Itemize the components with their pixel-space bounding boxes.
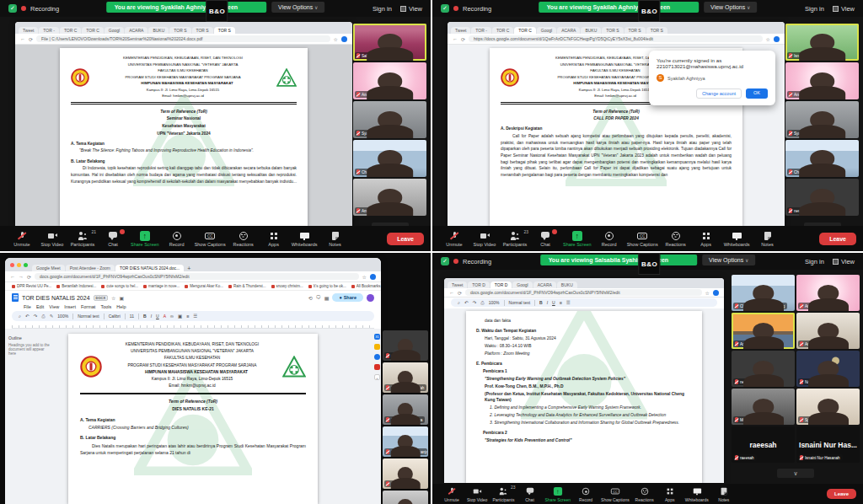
underline-button[interactable]: U	[552, 300, 555, 305]
toolbar-button[interactable]: 23 Participants	[490, 486, 517, 502]
menu-item[interactable]: Edit	[36, 304, 44, 309]
participant-tile[interactable]: raeesah	[383, 458, 428, 489]
browser-tab[interactable]: TOR S	[169, 27, 190, 34]
back-icon[interactable]: ←	[10, 274, 15, 279]
browser-profile-avatar[interactable]	[341, 36, 347, 42]
url-input[interactable]: https://docs.google.com/document/d/1QwFr…	[469, 35, 763, 42]
toolbar-button[interactable]: Chat	[517, 486, 543, 502]
view-button[interactable]: View	[833, 5, 855, 13]
toolbar-button[interactable]: Whiteboards	[683, 486, 711, 502]
browser-tab[interactable]: Googl	[537, 27, 556, 34]
toolbar-button[interactable]: Notes	[753, 231, 783, 247]
browser-tab[interactable]: TOR -	[471, 27, 491, 34]
toolbar-button[interactable]: Apps	[259, 231, 289, 247]
browser-tab[interactable]: TOR S	[602, 27, 623, 34]
align-icon[interactable]: ≡	[560, 300, 562, 305]
leave-button[interactable]: Leave	[387, 233, 424, 245]
browser-tab[interactable]: BUKU	[148, 27, 169, 34]
participant-tile[interactable]: Chandrayani Simanjorang	[732, 275, 795, 311]
leave-button[interactable]: Leave	[819, 233, 856, 245]
bookmark-item[interactable]: snowy christm...	[271, 284, 303, 288]
undo-icon[interactable]: ↶	[464, 300, 469, 305]
participant-tile[interactable]: Monega Fariza Nyshara	[732, 389, 795, 425]
text-color-button[interactable]: A	[163, 314, 166, 319]
meeting-security-icon[interactable]	[441, 257, 449, 265]
browser-tab[interactable]: ACARA	[125, 27, 147, 34]
share-button[interactable]: ●Share	[332, 293, 363, 302]
bookmark-item[interactable]: Rain & Thunderst...	[228, 284, 266, 288]
sign-in-button[interactable]: Sign in	[805, 5, 824, 13]
participant-tile[interactable]: Syakilah Aghniyya	[796, 389, 860, 425]
browser-tab[interactable]: Googl	[512, 281, 532, 288]
participant-tile[interactable]: Syakilah Aghniyya	[353, 101, 426, 138]
reload-icon[interactable]: ⟳	[27, 274, 31, 280]
participant-tile[interactable]: Annisa Agustiani	[353, 62, 426, 99]
toolbar-button[interactable]: Record	[594, 231, 624, 247]
browser-tab[interactable]: TOR C	[514, 27, 535, 34]
search-icon[interactable]: ⌕	[458, 300, 460, 306]
view-button[interactable]: View	[400, 5, 422, 13]
url-input[interactable]: docs.google.com/document/d/1F_PhFNVO94wp…	[465, 289, 702, 296]
participant-tile[interactable]: Syakilah Aghniyya	[383, 394, 428, 425]
participant-tile[interactable]: Amara Rhey Nadita	[353, 179, 426, 216]
toolbar-button[interactable]: Show Captions	[598, 486, 632, 502]
toolbar-button[interactable]: Share Screen	[560, 231, 594, 247]
toolbar-button[interactable]: Apps	[657, 486, 683, 502]
outline-panel[interactable]: Outline Headings you add to the document…	[8, 335, 52, 356]
comment-icon[interactable]: 🗨	[316, 295, 321, 301]
history-icon[interactable]: ⟲	[308, 295, 313, 301]
view-options-button[interactable]: View Options	[702, 255, 755, 265]
participant-tile[interactable]: raeesah raeesah	[732, 426, 795, 463]
toolbar-button[interactable]: Share Screen	[128, 231, 162, 247]
browser-tab[interactable]: TOR S	[646, 27, 667, 34]
toolbar-button[interactable]: Chat	[530, 231, 560, 247]
zoom-select[interactable]: 100%	[489, 300, 500, 305]
undo-icon[interactable]: ↶	[25, 314, 29, 319]
font-select[interactable]: Calibri	[109, 314, 121, 319]
browser-tab[interactable]: TOR DIES NATALIS 2024.doc...	[115, 265, 184, 271]
browser-tab[interactable]: BUKU	[581, 27, 601, 34]
italic-button[interactable]: I	[151, 314, 152, 319]
list-icon[interactable]: ☰	[566, 300, 571, 305]
change-account-button[interactable]: Change account	[696, 88, 742, 99]
browser-tab[interactable]: Google Meet	[32, 265, 65, 271]
menu-item[interactable]: View	[49, 304, 59, 309]
star-icon[interactable]: ☆	[111, 295, 115, 301]
browser-tab[interactable]: Post Attendee - Zoom	[66, 265, 115, 271]
redo-icon[interactable]: ↷	[473, 300, 477, 305]
bookmark-star-icon[interactable]: ☆	[362, 274, 367, 280]
bookmark-item[interactable]: All Bookmarks	[351, 284, 381, 288]
toolbar-button[interactable]: Unmute	[7, 231, 37, 247]
toolbar-button[interactable]: Stop Video	[37, 231, 67, 247]
document-page[interactable]: KEMENTERIAN PENDIDIKAN, KEBUDAYAAN, RISE…	[68, 334, 318, 504]
account-avatar[interactable]	[367, 294, 374, 302]
meet-icon[interactable]: ▦	[324, 295, 330, 301]
participants-collapse-button[interactable]: ∨	[777, 469, 814, 478]
toolbar-button[interactable]: Unmute	[439, 486, 464, 502]
reload-icon[interactable]: ⟳	[458, 290, 462, 296]
toolbar-button[interactable]: Reactions	[228, 231, 259, 247]
toolbar-button[interactable]: Notes	[320, 231, 351, 247]
browser-tab[interactable]: Tweet	[451, 27, 470, 34]
bookmark-star-icon[interactable]: ☆	[766, 36, 770, 42]
participant-tile[interactable]: Isnaini Nur Hasanah	[785, 24, 859, 61]
participant-tile[interactable]: Aisyah Tifhadia	[383, 491, 428, 504]
menu-item[interactable]: Insert	[64, 304, 76, 309]
bookmark-star-icon[interactable]: ☆	[334, 36, 338, 42]
browser-tab[interactable]: ACARA	[533, 281, 556, 288]
link-icon[interactable]: ∞	[170, 314, 174, 319]
participant-tile[interactable]: Syakilah Aghniyya	[785, 101, 859, 138]
browser-tab[interactable]: Googl	[105, 27, 124, 34]
redo-icon[interactable]: ↷	[34, 314, 38, 319]
toolbar-button[interactable]: Show Captions	[624, 231, 661, 247]
italic-button[interactable]: I	[547, 300, 548, 305]
participant-tile[interactable]: nessa amira	[785, 179, 859, 216]
browser-profile-avatar[interactable]	[370, 274, 376, 280]
bold-button[interactable]: B	[143, 314, 147, 319]
mac-window-controls[interactable]	[8, 263, 31, 269]
browser-tab[interactable]: TOR S	[624, 27, 646, 34]
document-page[interactable]: data dan faktaD. Waktu dan Tempat Kegiat…	[466, 311, 702, 483]
toolbar-button[interactable]: 21 Participants	[67, 231, 98, 247]
bold-button[interactable]: B	[539, 300, 543, 305]
participant-tile[interactable]: Isnaini Nur Has... Isnaini Nur Hasanah	[796, 426, 860, 463]
